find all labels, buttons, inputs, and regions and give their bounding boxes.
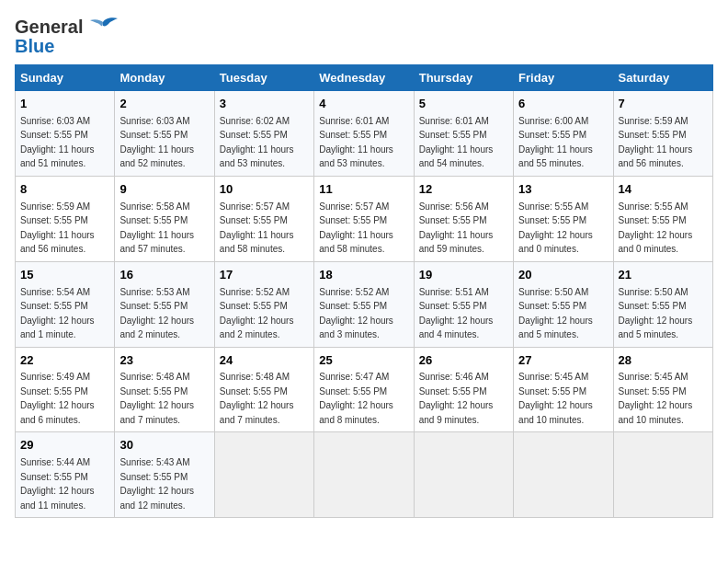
day-number: 6 — [518, 96, 608, 113]
day-number: 3 — [220, 96, 309, 113]
sunset-text: Sunset: 5:55 PM — [319, 130, 387, 140]
day-number: 4 — [319, 96, 408, 113]
weekday-header-monday: Monday — [115, 65, 214, 91]
calendar-cell — [314, 432, 414, 518]
sunrise-text: Sunrise: 5:45 AM — [518, 372, 588, 382]
day-number: 30 — [119, 437, 209, 454]
calendar-cell: 7Sunrise: 5:59 AMSunset: 5:55 PMDaylight… — [613, 91, 712, 177]
sunrise-text: Sunrise: 5:50 AM — [518, 287, 588, 297]
daylight-text: Daylight: 11 hours and 58 minutes. — [220, 230, 294, 255]
calendar-cell: 24Sunrise: 5:48 AMSunset: 5:55 PMDayligh… — [214, 347, 313, 432]
weekday-header-sunday: Sunday — [16, 65, 115, 91]
calendar-cell — [613, 432, 712, 518]
day-number: 13 — [518, 181, 608, 199]
weekday-header-friday: Friday — [514, 65, 613, 91]
daylight-text: Daylight: 12 hours and 2 minutes. — [119, 316, 194, 340]
sunrise-text: Sunrise: 5:46 AM — [419, 372, 489, 382]
calendar-cell: 4Sunrise: 6:01 AMSunset: 5:55 PMDaylight… — [314, 91, 414, 177]
day-number: 26 — [419, 352, 508, 370]
day-number: 18 — [319, 267, 408, 284]
calendar-cell: 14Sunrise: 5:55 AMSunset: 5:55 PMDayligh… — [613, 176, 712, 261]
calendar-cell: 18Sunrise: 5:52 AMSunset: 5:55 PMDayligh… — [314, 261, 414, 347]
calendar-cell: 11Sunrise: 5:57 AMSunset: 5:55 PMDayligh… — [314, 176, 414, 261]
calendar-week-4: 22Sunrise: 5:49 AMSunset: 5:55 PMDayligh… — [16, 347, 713, 432]
daylight-text: Daylight: 12 hours and 10 minutes. — [619, 400, 693, 425]
sunrise-text: Sunrise: 5:51 AM — [419, 287, 489, 297]
day-number: 22 — [20, 352, 109, 370]
daylight-text: Daylight: 11 hours and 57 minutes. — [119, 230, 194, 255]
daylight-text: Daylight: 12 hours and 7 minutes. — [119, 400, 194, 425]
daylight-text: Daylight: 11 hours and 56 minutes. — [619, 144, 693, 169]
daylight-text: Daylight: 11 hours and 51 minutes. — [20, 144, 95, 169]
day-number: 1 — [20, 96, 109, 113]
sunrise-text: Sunrise: 5:44 AM — [20, 457, 90, 467]
sunset-text: Sunset: 5:55 PM — [419, 386, 487, 396]
logo-bird-icon — [86, 15, 119, 39]
daylight-text: Daylight: 12 hours and 0 minutes. — [619, 230, 693, 255]
sunset-text: Sunset: 5:55 PM — [20, 130, 88, 140]
day-number: 19 — [419, 267, 508, 284]
daylight-text: Daylight: 12 hours and 0 minutes. — [518, 230, 593, 255]
daylight-text: Daylight: 12 hours and 5 minutes. — [619, 316, 693, 340]
sunset-text: Sunset: 5:55 PM — [619, 301, 687, 311]
day-number: 10 — [220, 181, 309, 199]
sunset-text: Sunset: 5:55 PM — [119, 215, 188, 225]
weekday-header-thursday: Thursday — [414, 65, 513, 91]
sunset-text: Sunset: 5:55 PM — [619, 130, 687, 140]
day-number: 12 — [419, 181, 508, 199]
sunset-text: Sunset: 5:55 PM — [619, 386, 687, 396]
sunset-text: Sunset: 5:55 PM — [119, 130, 188, 140]
sunrise-text: Sunrise: 6:03 AM — [20, 116, 90, 126]
sunrise-text: Sunrise: 5:48 AM — [119, 372, 189, 382]
weekday-header-saturday: Saturday — [613, 65, 712, 91]
sunset-text: Sunset: 5:55 PM — [20, 472, 88, 482]
calendar-cell: 5Sunrise: 6:01 AMSunset: 5:55 PMDaylight… — [414, 91, 513, 177]
calendar-cell: 6Sunrise: 6:00 AMSunset: 5:55 PMDaylight… — [514, 91, 613, 177]
sunset-text: Sunset: 5:55 PM — [419, 130, 487, 140]
calendar-cell — [414, 432, 513, 518]
calendar-cell: 1Sunrise: 6:03 AMSunset: 5:55 PMDaylight… — [16, 91, 115, 177]
calendar-cell: 28Sunrise: 5:45 AMSunset: 5:55 PMDayligh… — [613, 347, 712, 432]
sunrise-text: Sunrise: 6:01 AM — [419, 116, 489, 126]
sunset-text: Sunset: 5:55 PM — [220, 130, 288, 140]
sunset-text: Sunset: 5:55 PM — [20, 301, 88, 311]
day-number: 28 — [619, 352, 708, 370]
day-number: 9 — [119, 181, 209, 199]
sunrise-text: Sunrise: 5:55 AM — [619, 201, 688, 212]
calendar-week-1: 1Sunrise: 6:03 AMSunset: 5:55 PMDaylight… — [16, 91, 713, 177]
sunset-text: Sunset: 5:55 PM — [419, 301, 487, 311]
sunrise-text: Sunrise: 5:52 AM — [319, 287, 389, 297]
daylight-text: Daylight: 11 hours and 59 minutes. — [419, 230, 494, 255]
day-number: 11 — [319, 181, 408, 199]
logo: General Blue — [15, 15, 119, 55]
sunrise-text: Sunrise: 5:53 AM — [119, 287, 189, 297]
day-number: 20 — [518, 267, 608, 284]
calendar-cell: 20Sunrise: 5:50 AMSunset: 5:55 PMDayligh… — [514, 261, 613, 347]
sunset-text: Sunset: 5:55 PM — [119, 472, 188, 482]
calendar-week-5: 29Sunrise: 5:44 AMSunset: 5:55 PMDayligh… — [16, 432, 713, 518]
day-number: 5 — [419, 96, 508, 113]
day-number: 25 — [319, 352, 408, 370]
calendar-cell: 9Sunrise: 5:58 AMSunset: 5:55 PMDaylight… — [115, 176, 214, 261]
daylight-text: Daylight: 12 hours and 2 minutes. — [220, 316, 294, 340]
sunset-text: Sunset: 5:55 PM — [518, 301, 586, 311]
sunset-text: Sunset: 5:55 PM — [619, 215, 687, 225]
sunrise-text: Sunrise: 5:49 AM — [20, 372, 90, 382]
sunset-text: Sunset: 5:55 PM — [419, 215, 487, 225]
day-number: 23 — [119, 352, 209, 370]
sunset-text: Sunset: 5:55 PM — [518, 215, 586, 225]
day-number: 15 — [20, 267, 109, 284]
sunrise-text: Sunrise: 5:57 AM — [220, 201, 290, 212]
logo-blue-text: Blue — [15, 37, 54, 55]
sunrise-text: Sunrise: 5:58 AM — [119, 201, 189, 212]
day-number: 14 — [619, 181, 708, 199]
sunrise-text: Sunrise: 5:56 AM — [419, 201, 489, 212]
sunset-text: Sunset: 5:55 PM — [20, 386, 88, 396]
weekday-header-wednesday: Wednesday — [314, 65, 414, 91]
sunset-text: Sunset: 5:55 PM — [220, 301, 288, 311]
calendar-cell: 13Sunrise: 5:55 AMSunset: 5:55 PMDayligh… — [514, 176, 613, 261]
daylight-text: Daylight: 11 hours and 52 minutes. — [119, 144, 194, 169]
calendar-cell: 25Sunrise: 5:47 AMSunset: 5:55 PMDayligh… — [314, 347, 414, 432]
calendar-cell: 12Sunrise: 5:56 AMSunset: 5:55 PMDayligh… — [414, 176, 513, 261]
daylight-text: Daylight: 11 hours and 53 minutes. — [220, 144, 294, 169]
